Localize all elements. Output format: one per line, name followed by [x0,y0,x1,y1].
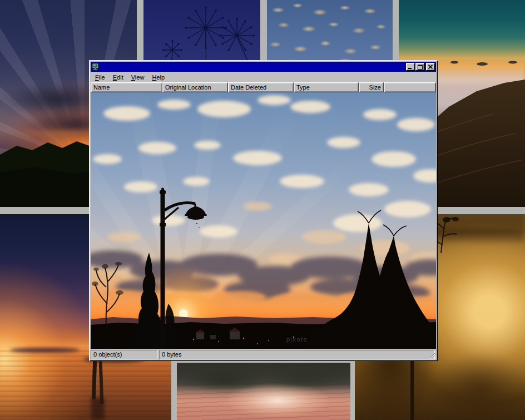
blurred-foreground-shape [427,353,525,420]
tree-reflection-shape [182,367,266,393]
menu-file[interactable]: File [91,73,109,82]
maximize-button[interactable] [415,63,424,71]
status-objects: 0 object(s) [91,350,157,359]
column-header-name[interactable]: Name [91,82,162,92]
post-reflection [91,398,105,420]
wallpaper-tile-pink-water-reflection [177,363,350,420]
minimize-button[interactable] [406,63,415,71]
recycle-bin-window: File Edit View Help Name Original Locati… [89,60,438,361]
photo-watermark: pixoto [286,336,308,343]
computer-icon [92,63,101,71]
column-header-row: Name Original Location Date Deleted Type… [91,82,436,92]
horizon-cloud-streak [10,348,80,353]
column-header-type[interactable]: Type [294,82,359,92]
file-list-area[interactable]: pixoto [91,92,436,349]
column-header-original-location[interactable]: Original Location [162,82,228,92]
status-bytes: 0 bytes [159,350,435,359]
minimize-icon [408,65,413,70]
column-header-date-deleted[interactable]: Date Deleted [228,82,294,92]
column-header-spacer [384,82,436,92]
close-icon [428,65,433,69]
title-bar[interactable] [91,62,436,72]
menu-help[interactable]: Help [148,73,169,82]
menu-edit[interactable]: Edit [109,73,127,82]
menu-bar: File Edit View Help [91,72,436,82]
close-button[interactable] [426,63,435,71]
tree-reflection-shape [260,363,350,392]
maximize-icon [418,65,423,70]
menu-view[interactable]: View [127,73,148,82]
status-bar: 0 object(s) 0 bytes [91,350,436,359]
column-header-size[interactable]: Size [359,82,384,92]
resize-grip-icon[interactable] [429,352,435,359]
sunset-photo: pixoto [91,92,436,349]
pole-silhouette [410,360,414,420]
